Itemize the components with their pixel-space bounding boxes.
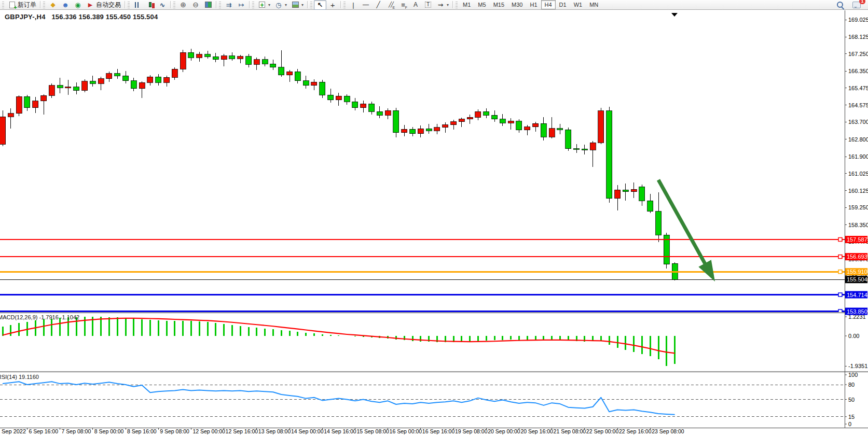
compass-icon <box>49 1 57 9</box>
timeframe-m5-button[interactable]: M5 <box>474 0 489 9</box>
hline-handle[interactable] <box>838 238 842 242</box>
candle-body <box>229 56 235 59</box>
line-chart-button[interactable] <box>156 0 169 10</box>
bar-chart-button[interactable] <box>131 0 144 10</box>
timeframe-m30-button[interactable]: M30 <box>508 0 526 9</box>
axis-label: 165.475 <box>848 85 868 91</box>
chevron-down-icon: ▾ <box>301 3 304 7</box>
candle-body <box>459 119 464 122</box>
candle-body <box>221 56 227 60</box>
candle-body <box>508 121 514 123</box>
hline-handle[interactable] <box>838 270 842 274</box>
hline-handle[interactable] <box>838 255 842 259</box>
template-button[interactable]: ▾ <box>289 0 306 10</box>
search-button[interactable] <box>834 0 846 10</box>
trendline-button[interactable] <box>372 0 384 10</box>
text-button[interactable] <box>409 0 422 10</box>
timeframe-m15-button[interactable]: M15 <box>490 0 508 9</box>
channel-button[interactable] <box>384 0 397 10</box>
cursor-button[interactable] <box>314 0 326 10</box>
horizontal-line-button[interactable] <box>360 0 372 10</box>
candle-body <box>361 104 366 107</box>
candle-body <box>311 82 317 86</box>
text-label-icon <box>424 1 432 9</box>
candle-body <box>57 86 63 88</box>
chat-button[interactable]: 1 <box>850 0 863 10</box>
signal-button[interactable] <box>72 0 84 10</box>
axis-label: 168.125 <box>848 34 868 40</box>
candle-body <box>254 60 259 64</box>
chevron-down-icon: ▾ <box>447 3 449 7</box>
candle-body <box>434 128 440 131</box>
bar-chart-icon <box>133 1 142 9</box>
timeframe-mn-button[interactable]: MN <box>586 0 602 9</box>
candle-body <box>131 81 136 89</box>
candle-body <box>303 81 309 86</box>
profile-button[interactable] <box>59 0 72 10</box>
bid-price-badge-label: 155.504 <box>847 276 867 283</box>
axis-label: 0.00 <box>848 333 859 339</box>
time-axis-label: 22 Sep 00:00 <box>586 428 619 434</box>
candle-body <box>607 111 612 199</box>
candle-body <box>336 96 341 100</box>
symbol-period-label: GBPJPY-,H4 <box>5 13 46 21</box>
time-axis-label: 14 Sep 16:00 <box>324 428 356 434</box>
candle-body <box>123 76 129 80</box>
time-axis-label: 6 Sep 16:00 <box>29 428 58 434</box>
vertical-line-button[interactable] <box>347 0 360 10</box>
candle-body <box>484 111 489 115</box>
text-label-button[interactable] <box>422 0 434 10</box>
timeframe-h1-button[interactable]: H1 <box>526 0 541 9</box>
auto-scroll-button[interactable] <box>223 0 235 10</box>
crosshair-button[interactable] <box>326 0 339 10</box>
candle-body <box>172 69 177 77</box>
time-axis-label: 14 Sep 00:00 <box>291 428 324 434</box>
hline-handle[interactable] <box>838 293 842 297</box>
trend-arrow-head[interactable] <box>698 260 715 281</box>
candle-body <box>147 77 153 82</box>
crosshair-icon <box>328 1 337 9</box>
candle-body <box>295 72 300 80</box>
tile-windows-button[interactable] <box>202 0 214 10</box>
chart-shift-button[interactable] <box>235 0 247 10</box>
period-clock-button[interactable]: ▾ <box>272 0 289 10</box>
autotrading-icon <box>86 1 94 9</box>
rsi-line <box>3 382 675 415</box>
candle-body <box>656 212 662 235</box>
candle-body <box>352 102 358 107</box>
timeframe-d1-button[interactable]: D1 <box>556 0 570 9</box>
chevron-down-icon: ▾ <box>285 3 287 7</box>
candle-body <box>238 57 243 59</box>
zoom-in-button[interactable] <box>177 0 189 10</box>
candle-body <box>533 123 539 126</box>
fibonacci-button[interactable] <box>397 0 409 10</box>
candle-body <box>65 87 71 88</box>
candle-body <box>270 64 276 67</box>
axis-label: 159.250 <box>848 204 868 210</box>
chart-shift-marker[interactable] <box>671 13 678 17</box>
timeframe-w1-button[interactable]: W1 <box>570 0 586 9</box>
zoom-out-icon <box>191 1 200 9</box>
price-badge-153.850-label: 153.850 <box>847 308 867 315</box>
add-indicator-button[interactable]: ▾ <box>256 0 272 10</box>
axis-label: -1.9351 <box>848 363 867 369</box>
price-badge-156.693-label: 156.693 <box>847 253 867 260</box>
candle-body <box>369 104 375 111</box>
candle-body <box>426 129 432 131</box>
candle-body <box>475 111 481 117</box>
new-order-button[interactable]: 新订单 <box>6 0 38 10</box>
time-axis-label: 7 Sep 08:00 <box>62 428 91 434</box>
new-order-icon <box>8 1 16 9</box>
zoom-out-button[interactable] <box>189 0 202 10</box>
candle-body <box>164 77 170 82</box>
candle-body <box>541 123 546 137</box>
candle-body <box>590 143 596 150</box>
candle-chart-button[interactable] <box>144 0 156 10</box>
arrows-button[interactable]: ▾ <box>434 0 451 10</box>
compass-button[interactable] <box>47 0 59 10</box>
timeframe-h4-button[interactable]: H4 <box>541 0 556 9</box>
candle-body <box>344 96 350 102</box>
axis-label: 166.350 <box>848 68 868 74</box>
timeframe-m1-button[interactable]: M1 <box>459 0 474 9</box>
autotrading-button[interactable]: 自动交易 <box>84 0 123 10</box>
